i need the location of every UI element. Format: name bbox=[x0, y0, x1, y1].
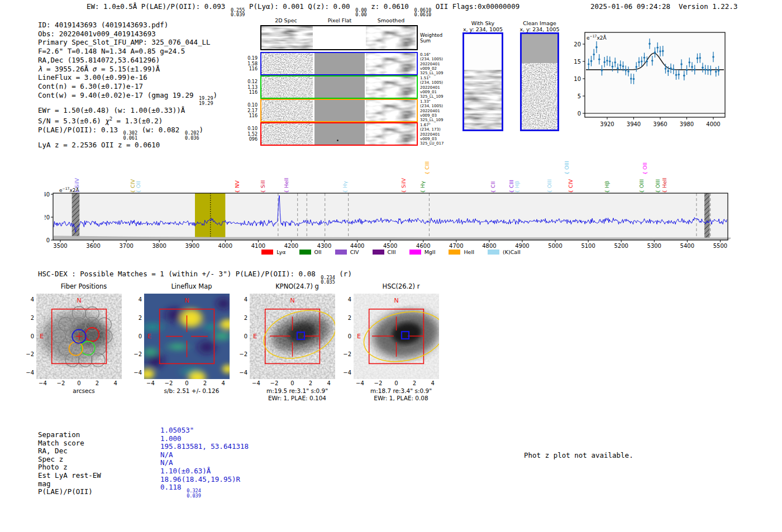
stacked-uncertainty: 0.2020.036 bbox=[185, 131, 199, 141]
detection-info-block: ID: 4019143693 (4019143693.pdf)Obs: 2022… bbox=[38, 21, 217, 150]
info-line: LyA z = 2.2536 OII z = 0.0610 bbox=[38, 141, 217, 150]
match-row-label: Separation bbox=[38, 431, 101, 439]
match-row-value: 1.05053" bbox=[160, 426, 249, 435]
svg-text:20: 20 bbox=[45, 214, 50, 221]
svg-text:4900: 4900 bbox=[515, 243, 529, 249]
cleanimage-noise bbox=[522, 63, 557, 130]
cleanimage-image bbox=[520, 32, 559, 131]
x-tick-label: −4 bbox=[39, 380, 47, 386]
info-line: F=2.6" T=0.148 N=1.34 A=0.85 g=24.5 bbox=[38, 47, 217, 56]
match-row-label: RA, Dec bbox=[38, 447, 101, 456]
svg-text:4400: 4400 bbox=[350, 243, 364, 249]
lineflux-caption: s/b: 2.51 +/- 0.126 bbox=[132, 387, 239, 395]
elixer-report-page: EW: 1.0±0.5Å P(LAE)/P(OII): 0.093 0.2550… bbox=[0, 0, 782, 532]
legend-swatch bbox=[409, 250, 421, 255]
stacked-uncertainty: 0.000.00 bbox=[355, 8, 366, 18]
kpno-caption-2: EWr: 1, PLAE: 0.104 bbox=[237, 395, 345, 402]
spec2d-row: 0.101.520961.67"(234, 173)20220401v009_0… bbox=[260, 122, 418, 146]
y-tick-label: −2 bbox=[237, 351, 247, 357]
fiber-positions-image: N E bbox=[36, 294, 122, 379]
stacked-uncertainty: 0.3020.061 bbox=[123, 131, 138, 141]
withsky-image bbox=[462, 32, 503, 131]
hsc-r-panel: HSC(26.2) r N E 420−2−4 −4−2024 m:18.7 r… bbox=[341, 282, 449, 402]
match-table-values: 1.05053"1.000195.813581, 53.641318N/AN/A… bbox=[160, 426, 249, 499]
legend-item: OII bbox=[299, 249, 322, 255]
spec2d-headers: 2D Spec Pixel Flat Smoothed bbox=[260, 17, 418, 25]
legend-item: CIV bbox=[335, 249, 359, 255]
x-tick-label: −2 bbox=[57, 380, 65, 386]
svg-text:0: 0 bbox=[578, 111, 581, 117]
match-row-value: N/A bbox=[160, 459, 249, 467]
svg-text:4800: 4800 bbox=[482, 243, 496, 249]
svg-text:4700: 4700 bbox=[449, 243, 463, 249]
emission-line-label: { HeII bbox=[661, 178, 667, 193]
y-tick-label: 2 bbox=[24, 315, 34, 321]
north-label: N bbox=[290, 297, 294, 304]
match-row-value: 18.96(18.45,19.95)R bbox=[160, 476, 249, 484]
match-row-value: 1.10(±0.63)Å bbox=[160, 467, 249, 476]
svg-text:4000: 4000 bbox=[218, 243, 232, 249]
svg-text:3600: 3600 bbox=[86, 243, 100, 249]
svg-text:0: 0 bbox=[46, 237, 50, 243]
fiber-xticks: −4−2024 bbox=[24, 380, 131, 387]
hsc-r-image: N E bbox=[354, 294, 439, 379]
match-row-value: 0.118 0.3240.039 bbox=[160, 483, 249, 498]
y-tick-label: 0 bbox=[341, 333, 351, 339]
spec2d-header-2dspec: 2D Spec bbox=[275, 17, 297, 23]
cleanimage-title-block: Clean Image x, y: 234, 1005 bbox=[519, 20, 560, 32]
spec2d-rows: WeightedSum0.191.581160.16"(234, 1005)20… bbox=[260, 25, 418, 146]
hsc-r-title: HSC(26.2) r bbox=[341, 282, 449, 292]
svg-text:4300: 4300 bbox=[317, 243, 331, 249]
svg-text:4600: 4600 bbox=[416, 243, 430, 249]
emission-line-label: { NV bbox=[234, 180, 240, 193]
kpno-g-image: N E bbox=[250, 294, 335, 379]
legend-item: (K)CaII bbox=[488, 249, 521, 255]
svg-text:3980: 3980 bbox=[680, 121, 694, 127]
lineflux-map-panel: Lineflux Map bbox=[132, 282, 239, 395]
kpno-xticks: −4−2024 bbox=[237, 380, 345, 387]
lineflux-map-image: N E bbox=[144, 294, 230, 379]
legend-item: HeII bbox=[449, 249, 474, 255]
emission-line-label: { HeII bbox=[283, 178, 289, 193]
spec2d-row: 0.191.581160.16"(234, 1005)20220401v009_… bbox=[260, 52, 418, 75]
info-line: λ = 3955.26Å σ = 5.15(±1.99)Å bbox=[38, 65, 217, 74]
match-row-label: Photo z bbox=[38, 463, 101, 472]
y-tick-label: −4 bbox=[132, 370, 142, 376]
cleanimage-coords: x, y: 234, 1005 bbox=[519, 26, 560, 32]
lineflux-map-plot: N E 420−2−4 bbox=[132, 294, 239, 379]
spec2d-row: 0.121.131161.51"(234, 1005)20220401v009_… bbox=[260, 75, 418, 99]
cleanimage-title: Clean Image bbox=[519, 20, 560, 26]
y-tick-label: −4 bbox=[341, 370, 351, 376]
emission-line-label: { CIII bbox=[424, 161, 430, 175]
emission-line-label: { Hγ bbox=[419, 181, 426, 193]
x-tick-label: 0 bbox=[185, 380, 188, 386]
emission-line-label: { SiIV bbox=[74, 178, 80, 193]
x-tick-label: −2 bbox=[374, 380, 383, 386]
emission-line-label: { OIII bbox=[638, 179, 645, 193]
x-tick-label: −2 bbox=[270, 380, 279, 386]
svg-text:5300: 5300 bbox=[647, 243, 661, 249]
kpno-caption-1: m:19.5 re:3.1" s:0.9" bbox=[237, 387, 345, 395]
stacked-uncertainty: 19.2919.29 bbox=[199, 96, 213, 106]
hsc-caption-2: EWr: 1, PLAE: 0.08 bbox=[341, 395, 449, 402]
y-tick-label: 4 bbox=[24, 296, 34, 303]
inset-units-annotation: e−17x2Å bbox=[586, 34, 607, 41]
emission-line-label: { SiIV bbox=[400, 178, 407, 193]
east-label: E bbox=[40, 333, 44, 340]
withsky-title-block: With Sky x, y: 234, 1005 bbox=[462, 20, 503, 32]
x-tick-label: −4 bbox=[356, 380, 364, 386]
lineflux-xticks: −4−2024 bbox=[132, 380, 239, 387]
svg-text:10: 10 bbox=[574, 76, 581, 82]
withsky-coords: x, y: 234, 1005 bbox=[462, 26, 503, 32]
legend-swatch bbox=[373, 250, 384, 255]
fiber-positions-panel: Fiber Positions bbox=[24, 282, 131, 395]
match-row-label: P(LAE)/P(OII) bbox=[38, 488, 101, 496]
header-summary-line: EW: 1.0±0.5Å P(LAE)/P(OII): 0.093 0.2550… bbox=[87, 2, 519, 17]
y-tick-label: 2 bbox=[132, 315, 142, 321]
legend-swatch bbox=[299, 250, 311, 255]
x-tick-label: −4 bbox=[252, 380, 260, 386]
emission-line-label: { Hβ bbox=[514, 181, 520, 193]
north-label: N bbox=[77, 297, 81, 304]
fiber-positions-plot: N E 420−2−4 bbox=[24, 294, 131, 379]
info-line: P(LAE)/P(OII): 0.13 0.3020.061 (w: 0.082… bbox=[38, 126, 217, 141]
